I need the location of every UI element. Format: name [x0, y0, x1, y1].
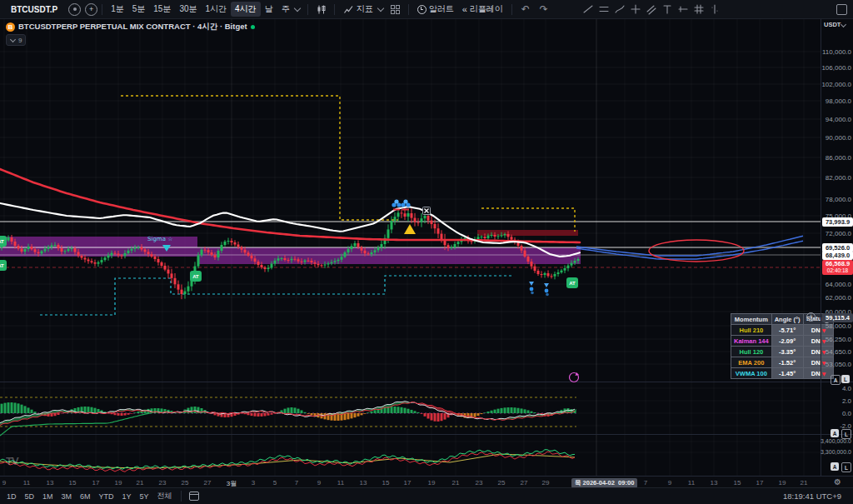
auto-scale-button[interactable]: A	[831, 375, 841, 385]
price-tick: 110,000.0	[822, 48, 851, 56]
price-tick: 53,050.0	[826, 361, 851, 368]
timeframe-week-button[interactable]: 주	[277, 2, 294, 17]
chevron-down-icon	[841, 21, 846, 27]
log-scale-button[interactable]: L	[841, 429, 851, 439]
bar-countdown: 02:40:18	[822, 267, 853, 274]
fullscreen-icon[interactable]	[836, 4, 847, 15]
divider	[307, 4, 308, 15]
time-tick: 17	[756, 479, 764, 487]
range-button-1Y[interactable]: 1Y	[118, 489, 136, 503]
log-scale-button[interactable]: L	[841, 375, 850, 383]
osc-tick: 4.0	[842, 385, 851, 392]
symbol-legend[interactable]: B BTCUSDTPERP PERPETUAL MIX CONTRACT · 4…	[6, 22, 255, 32]
top-toolbar: BTCUSDT.P + 1분5분15분30분1시간4시간 날 주 지표 알러트 …	[0, 0, 853, 19]
auto-scale-button[interactable]: A	[831, 462, 839, 471]
time-tick: 29	[542, 479, 550, 487]
auto-scale-button[interactable]: A	[831, 429, 839, 437]
replay-button[interactable]: « 리플레이	[458, 2, 507, 17]
timeframe-button-4시간[interactable]: 4시간	[231, 2, 261, 17]
undo-icon[interactable]: ↶	[516, 3, 535, 15]
timeframe-button-1시간[interactable]: 1시간	[202, 2, 232, 17]
range-button-1D[interactable]: 1D	[2, 489, 21, 503]
momentum-header-0: Momentum	[731, 314, 772, 325]
indicator-name: EMA 200	[731, 357, 772, 368]
divider	[334, 4, 335, 15]
alert-button[interactable]: 알러트	[413, 2, 458, 17]
alarm-clock-icon	[417, 5, 426, 14]
indicator-name: VWMA 100	[731, 368, 772, 379]
time-tick: 11	[23, 479, 30, 487]
price-tick: 94,000.0	[826, 116, 851, 123]
time-tick: 15	[69, 479, 77, 487]
price-scale[interactable]: USDT 110,000.0106,000.0102,000.098,000.0…	[821, 18, 853, 476]
time-tick: 21	[137, 479, 144, 487]
indicators-icon	[343, 4, 354, 15]
price-tick: 102,000.0	[821, 81, 851, 88]
price-level-tag: 68,439.0	[822, 251, 853, 260]
bitcoin-icon: B	[6, 22, 15, 32]
price-tick: 54,650.0	[826, 348, 851, 356]
time-tick: 17	[92, 479, 100, 487]
timeframe-button-1분[interactable]: 1분	[107, 2, 128, 17]
layout-grid-icon[interactable]	[387, 4, 404, 15]
range-button-5D[interactable]: 5D	[21, 489, 39, 503]
timeframe-chevron-down-icon[interactable]	[293, 5, 300, 12]
horizontal-line-icon[interactable]	[676, 2, 691, 16]
log-scale-button[interactable]: L	[841, 462, 851, 472]
price-level-tag: 59,115.4	[822, 313, 853, 322]
range-button-전체[interactable]: 전체	[153, 489, 177, 503]
tradingview-watermark: TV	[6, 455, 18, 467]
osc-tick: 2.0	[842, 397, 851, 405]
add-alert-plus-icon[interactable]: +	[806, 312, 816, 322]
pattern-icon[interactable]	[692, 2, 706, 16]
time-tick: 9	[668, 479, 671, 487]
cross-line-icon[interactable]	[629, 2, 643, 16]
indicators-chevron-down-icon[interactable]	[377, 5, 383, 12]
currency-label: USDT	[824, 21, 841, 28]
text-tool-icon[interactable]	[661, 2, 675, 16]
time-tick: 23	[476, 479, 483, 487]
session-clock[interactable]: 18:19:41 UTC+9	[783, 492, 841, 501]
price-tick: 90,000.0	[826, 134, 851, 142]
time-tick: 17	[404, 479, 412, 487]
compare-plus-icon[interactable]: +	[85, 3, 97, 16]
price-tick: 64,000.0	[826, 281, 851, 288]
time-tick: 21	[452, 479, 460, 487]
symbol-button[interactable]: BTCUSDT.P	[4, 3, 64, 16]
indicator-angle: -5.71°	[771, 325, 803, 336]
brush-icon[interactable]	[613, 2, 627, 16]
range-button-3M[interactable]: 3M	[57, 489, 77, 503]
timeframe-button-5분[interactable]: 5분	[128, 2, 150, 17]
time-tick: 15	[382, 479, 390, 487]
timeframe-button-30분[interactable]: 30분	[175, 2, 201, 17]
redo-icon[interactable]: ↷	[535, 3, 553, 15]
timeframe-day-button[interactable]: 날	[261, 2, 277, 17]
range-button-YTD[interactable]: YTD	[95, 489, 118, 503]
auto-trade-badge: AT	[569, 281, 576, 286]
trend-line-icon[interactable]	[581, 2, 596, 16]
indicators-collapsed-badge[interactable]: 9	[6, 34, 26, 46]
divider	[102, 4, 102, 15]
tradingview-chart-app: Sigma ☆ATATATAT BTCUSDT.P + 1분5분15분30분1시…	[0, 0, 853, 504]
range-button-1M[interactable]: 1M	[38, 489, 57, 503]
indicators-label: 지표	[357, 3, 373, 15]
eye-icon[interactable]	[68, 3, 81, 16]
legend-title: BTCUSDTPERP PERPETUAL MIX CONTRACT · 4시간…	[18, 22, 247, 32]
time-tick: 13	[711, 479, 718, 487]
currency-selector[interactable]: USDT	[824, 21, 846, 28]
timeframe-button-15분[interactable]: 15분	[149, 2, 175, 17]
vertical-line-icon[interactable]	[708, 2, 722, 16]
range-button-6M[interactable]: 6M	[76, 489, 95, 503]
candle-style-icon[interactable]	[312, 4, 330, 15]
time-tick: 27	[204, 479, 212, 487]
calendar-icon[interactable]	[189, 492, 199, 501]
momentum-table: MomentumAngle (°)Statu+Hull 210-5.71°DN …	[731, 313, 834, 379]
chevron-down-icon	[10, 37, 16, 42]
indicators-button[interactable]: 지표	[339, 2, 377, 17]
volume-tick: 3,300,000.0	[821, 449, 851, 455]
fib-retracement-icon[interactable]	[597, 2, 611, 16]
time-tick: 27	[521, 479, 528, 487]
chart-settings-gear-icon[interactable]: ⚙	[834, 477, 841, 487]
parallel-channel-icon[interactable]	[645, 2, 659, 16]
range-button-5Y[interactable]: 5Y	[136, 489, 153, 503]
